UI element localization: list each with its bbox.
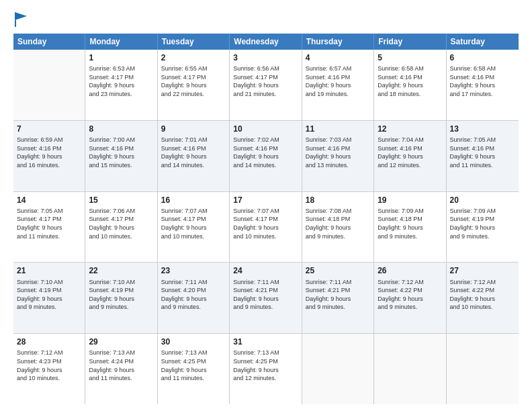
calendar-cell: 26Sunrise: 7:12 AMSunset: 4:22 PMDayligh… <box>374 263 446 333</box>
day-number: 9 <box>161 124 226 134</box>
cell-info: Sunrise: 7:10 AMSunset: 4:19 PMDaylight:… <box>89 278 153 312</box>
cell-info: Sunrise: 7:10 AMSunset: 4:19 PMDaylight:… <box>17 278 81 312</box>
calendar-cell: 6Sunrise: 6:58 AMSunset: 4:16 PMDaylight… <box>447 50 519 120</box>
calendar-cell: 28Sunrise: 7:12 AMSunset: 4:23 PMDayligh… <box>13 334 85 404</box>
calendar-cell: 15Sunrise: 7:06 AMSunset: 4:17 PMDayligh… <box>85 192 157 263</box>
calendar-cell: 7Sunrise: 6:59 AMSunset: 4:16 PMDaylight… <box>13 121 85 191</box>
cell-info: Sunrise: 7:12 AMSunset: 4:23 PMDaylight:… <box>17 349 81 382</box>
calendar-week-4: 21Sunrise: 7:10 AMSunset: 4:19 PMDayligh… <box>13 263 519 334</box>
calendar-cell: 12Sunrise: 7:04 AMSunset: 4:16 PMDayligh… <box>374 121 446 191</box>
cell-info: Sunrise: 7:12 AMSunset: 4:22 PMDaylight:… <box>450 278 515 312</box>
logo <box>13 12 27 27</box>
header-day-friday: Friday <box>374 34 446 50</box>
day-number: 7 <box>17 124 81 134</box>
calendar-cell: 22Sunrise: 7:10 AMSunset: 4:19 PMDayligh… <box>85 263 157 333</box>
cell-info: Sunrise: 7:13 AMSunset: 4:25 PMDaylight:… <box>161 349 226 382</box>
day-number: 4 <box>306 52 370 63</box>
cell-info: Sunrise: 7:09 AMSunset: 4:18 PMDaylight:… <box>378 207 442 240</box>
day-number: 16 <box>161 195 226 205</box>
calendar-cell: 19Sunrise: 7:09 AMSunset: 4:18 PMDayligh… <box>374 192 446 263</box>
day-number: 15 <box>89 195 153 205</box>
day-number: 23 <box>161 265 226 276</box>
calendar-cell <box>374 334 446 404</box>
day-number: 31 <box>233 336 298 347</box>
day-number: 18 <box>306 195 370 205</box>
day-number: 1 <box>89 52 153 63</box>
cell-info: Sunrise: 7:05 AMSunset: 4:17 PMDaylight:… <box>17 207 81 240</box>
svg-marker-0 <box>15 12 27 20</box>
calendar-week-1: 1Sunrise: 6:53 AMSunset: 4:17 PMDaylight… <box>13 50 519 121</box>
calendar-cell: 30Sunrise: 7:13 AMSunset: 4:25 PMDayligh… <box>158 334 230 404</box>
header-day-monday: Monday <box>85 34 157 50</box>
calendar-header: SundayMondayTuesdayWednesdayThursdayFrid… <box>13 34 519 50</box>
day-number: 6 <box>450 52 515 63</box>
cell-info: Sunrise: 7:13 AMSunset: 4:24 PMDaylight:… <box>89 349 153 382</box>
logo-flag-icon <box>15 12 27 27</box>
day-number: 22 <box>89 265 153 276</box>
day-number: 12 <box>378 124 442 134</box>
calendar-cell: 17Sunrise: 7:07 AMSunset: 4:17 PMDayligh… <box>230 192 302 263</box>
day-number: 8 <box>89 124 153 134</box>
cell-info: Sunrise: 6:57 AMSunset: 4:16 PMDaylight:… <box>306 64 370 98</box>
day-number: 21 <box>17 265 81 276</box>
calendar-cell: 23Sunrise: 7:11 AMSunset: 4:20 PMDayligh… <box>158 263 230 333</box>
day-number: 19 <box>378 195 442 205</box>
page: SundayMondayTuesdayWednesdayThursdayFrid… <box>0 0 532 411</box>
cell-info: Sunrise: 7:00 AMSunset: 4:16 PMDaylight:… <box>89 136 153 169</box>
day-number: 24 <box>233 265 298 276</box>
header-day-tuesday: Tuesday <box>158 34 230 50</box>
cell-info: Sunrise: 6:59 AMSunset: 4:16 PMDaylight:… <box>17 136 81 169</box>
cell-info: Sunrise: 6:53 AMSunset: 4:17 PMDaylight:… <box>89 64 153 98</box>
day-number: 30 <box>161 336 226 347</box>
calendar-cell <box>447 334 519 404</box>
calendar-cell: 16Sunrise: 7:07 AMSunset: 4:17 PMDayligh… <box>158 192 230 263</box>
calendar-cell: 24Sunrise: 7:11 AMSunset: 4:21 PMDayligh… <box>230 263 302 333</box>
calendar-cell: 3Sunrise: 6:56 AMSunset: 4:17 PMDaylight… <box>230 50 302 120</box>
calendar-cell: 27Sunrise: 7:12 AMSunset: 4:22 PMDayligh… <box>447 263 519 333</box>
cell-info: Sunrise: 7:12 AMSunset: 4:22 PMDaylight:… <box>378 278 442 312</box>
cell-info: Sunrise: 6:58 AMSunset: 4:16 PMDaylight:… <box>450 64 515 98</box>
day-number: 25 <box>306 265 370 276</box>
cell-info: Sunrise: 7:05 AMSunset: 4:16 PMDaylight:… <box>450 136 515 169</box>
calendar-cell: 25Sunrise: 7:11 AMSunset: 4:21 PMDayligh… <box>302 263 374 333</box>
calendar-cell: 2Sunrise: 6:55 AMSunset: 4:17 PMDaylight… <box>158 50 230 120</box>
calendar-cell: 1Sunrise: 6:53 AMSunset: 4:17 PMDaylight… <box>85 50 157 120</box>
cell-info: Sunrise: 7:03 AMSunset: 4:16 PMDaylight:… <box>306 136 370 169</box>
cell-info: Sunrise: 7:07 AMSunset: 4:17 PMDaylight:… <box>161 207 226 240</box>
cell-info: Sunrise: 6:58 AMSunset: 4:16 PMDaylight:… <box>378 64 442 98</box>
day-number: 11 <box>306 124 370 134</box>
calendar-cell <box>302 334 374 404</box>
calendar-cell: 13Sunrise: 7:05 AMSunset: 4:16 PMDayligh… <box>447 121 519 191</box>
header-day-saturday: Saturday <box>447 34 519 50</box>
cell-info: Sunrise: 7:11 AMSunset: 4:21 PMDaylight:… <box>306 278 370 312</box>
calendar-cell: 9Sunrise: 7:01 AMSunset: 4:16 PMDaylight… <box>158 121 230 191</box>
day-number: 17 <box>233 195 298 205</box>
cell-info: Sunrise: 7:04 AMSunset: 4:16 PMDaylight:… <box>378 136 442 169</box>
day-number: 26 <box>378 265 442 276</box>
cell-info: Sunrise: 7:06 AMSunset: 4:17 PMDaylight:… <box>89 207 153 240</box>
calendar-cell: 20Sunrise: 7:09 AMSunset: 4:19 PMDayligh… <box>447 192 519 263</box>
calendar-cell: 21Sunrise: 7:10 AMSunset: 4:19 PMDayligh… <box>13 263 85 333</box>
calendar-week-5: 28Sunrise: 7:12 AMSunset: 4:23 PMDayligh… <box>13 334 519 404</box>
day-number: 3 <box>233 52 298 63</box>
calendar-cell: 14Sunrise: 7:05 AMSunset: 4:17 PMDayligh… <box>13 192 85 263</box>
cell-info: Sunrise: 7:01 AMSunset: 4:16 PMDaylight:… <box>161 136 226 169</box>
cell-info: Sunrise: 7:11 AMSunset: 4:21 PMDaylight:… <box>233 278 298 312</box>
calendar-week-2: 7Sunrise: 6:59 AMSunset: 4:16 PMDaylight… <box>13 121 519 192</box>
calendar-cell: 4Sunrise: 6:57 AMSunset: 4:16 PMDaylight… <box>302 50 374 120</box>
calendar-cell: 5Sunrise: 6:58 AMSunset: 4:16 PMDaylight… <box>374 50 446 120</box>
calendar-week-3: 14Sunrise: 7:05 AMSunset: 4:17 PMDayligh… <box>13 192 519 263</box>
calendar: SundayMondayTuesdayWednesdayThursdayFrid… <box>13 34 519 404</box>
day-number: 27 <box>450 265 515 276</box>
cell-info: Sunrise: 7:07 AMSunset: 4:17 PMDaylight:… <box>233 207 298 240</box>
cell-info: Sunrise: 6:56 AMSunset: 4:17 PMDaylight:… <box>233 64 298 98</box>
day-number: 13 <box>450 124 515 134</box>
day-number: 5 <box>378 52 442 63</box>
header-day-wednesday: Wednesday <box>230 34 302 50</box>
day-number: 29 <box>89 336 153 347</box>
calendar-cell: 18Sunrise: 7:08 AMSunset: 4:18 PMDayligh… <box>302 192 374 263</box>
header-day-thursday: Thursday <box>302 34 374 50</box>
calendar-cell: 10Sunrise: 7:02 AMSunset: 4:16 PMDayligh… <box>230 121 302 191</box>
calendar-cell: 29Sunrise: 7:13 AMSunset: 4:24 PMDayligh… <box>85 334 157 404</box>
cell-info: Sunrise: 7:11 AMSunset: 4:20 PMDaylight:… <box>161 278 226 312</box>
